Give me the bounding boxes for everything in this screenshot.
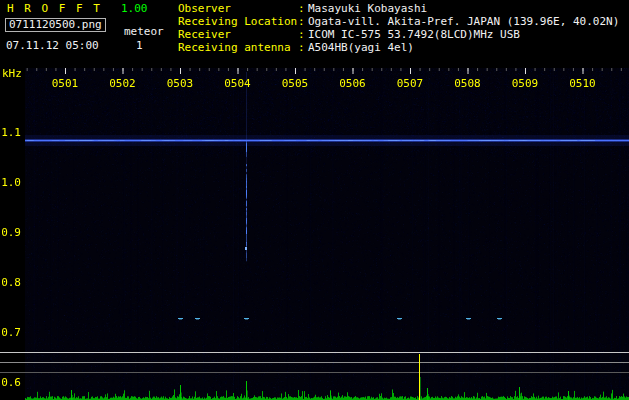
echo-count: 1 <box>136 40 143 52</box>
mode-label: meteor <box>124 26 164 38</box>
time-tick-label: 0507 <box>396 78 424 90</box>
hrofft-output-window: H R O F F T 1.00 0711120500.png meteor 0… <box>0 0 629 400</box>
app-version: 1.00 <box>121 3 148 15</box>
app-title: H R O F F T <box>7 3 102 15</box>
info-separator: : <box>298 3 308 15</box>
info-label: Receiving antenna <box>178 42 298 54</box>
time-tick-label: 0503 <box>166 78 194 90</box>
time-tick-label: 0506 <box>339 78 367 90</box>
info-separator: : <box>298 16 308 28</box>
info-value: ICOM IC-575 53.7492(8LCD)MHz USB <box>308 28 520 41</box>
info-value: Masayuki Kobayashi <box>308 2 427 15</box>
info-row-antenna: Receiving antenna:A504HB(yagi 4el) <box>178 42 619 55</box>
observation-datetime: 07.11.12 05:00 <box>6 40 99 52</box>
time-tick-label: 0510 <box>569 78 597 90</box>
freq-tick-label: 1.1 <box>0 127 21 139</box>
time-tick-label: 0502 <box>109 78 137 90</box>
freq-tick-label: 0.8 <box>0 277 21 289</box>
time-tick-label: 0508 <box>454 78 482 90</box>
station-info: Observer:Masayuki Kobayashi Receiving Lo… <box>178 3 619 55</box>
freq-unit-label: kHz <box>2 68 22 80</box>
freq-tick-label: 1.0 <box>0 177 21 189</box>
info-label: Observer <box>178 3 298 15</box>
time-tick-label: 0504 <box>224 78 252 90</box>
info-separator: : <box>298 29 308 41</box>
info-value: Ogata-vill. Akita-Pref. JAPAN (139.96E, … <box>308 15 619 28</box>
freq-tick-label: 0.9 <box>0 227 21 239</box>
time-tick-label: 0505 <box>281 78 309 90</box>
output-filename: 0711120500.png <box>5 18 106 32</box>
info-value: A504HB(yagi 4el) <box>308 41 414 54</box>
time-tick-label: 0509 <box>511 78 539 90</box>
freq-tick-label: 0.6 <box>0 377 21 389</box>
info-label: Receiving Location <box>178 16 298 28</box>
info-separator: : <box>298 42 308 54</box>
info-label: Receiver <box>178 29 298 41</box>
freq-tick-label: 0.7 <box>0 327 21 339</box>
time-tick-label: 0501 <box>51 78 79 90</box>
spectrogram-canvas <box>0 68 629 400</box>
